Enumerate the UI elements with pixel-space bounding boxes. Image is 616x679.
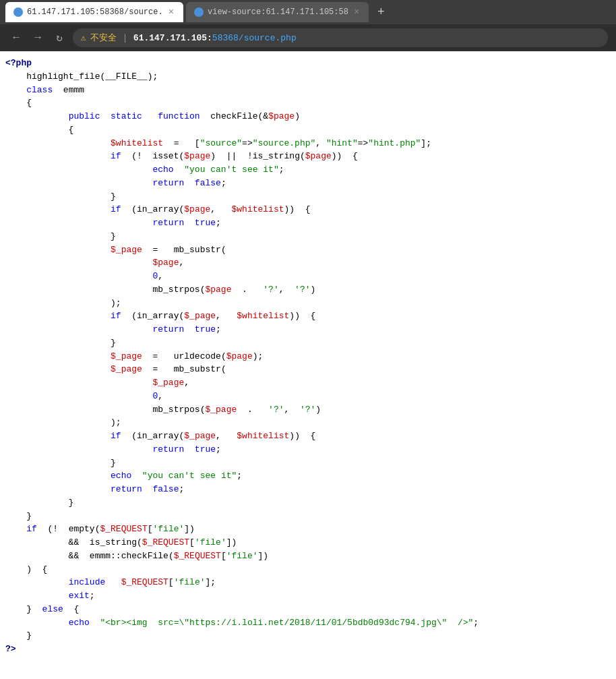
tab-1-title: 61.147.171.105:58368/source. <box>27 7 163 17</box>
code-line-49: ?> <box>5 643 616 656</box>
code-line-18: $page, <box>5 256 616 270</box>
code-line-43: ) { <box>5 563 616 577</box>
code-line-47: echo "<br><img src=\"https://i.loli.net/… <box>5 616 616 630</box>
code-line-22: if (in_array($_page, $whitelist)) { <box>5 309 616 323</box>
tab-bar: 61.147.171.105:58368/source. × view-sour… <box>0 0 616 24</box>
code-line-26: $_page = urldecode($page); <box>5 350 616 363</box>
code-line-33: return true; <box>5 443 616 456</box>
new-tab-button[interactable]: + <box>371 3 390 22</box>
code-line-14: return true; <box>5 216 616 230</box>
code-line-5: public static function checkFile(&$page) <box>5 110 616 123</box>
tab-1-favicon <box>13 7 23 17</box>
code-line-1: <?php <box>5 57 616 70</box>
code-line-42: && emmm::checkFile($_REQUEST['file']) <box>5 550 616 563</box>
code-line-17: $_page = mb_substr( <box>5 243 616 257</box>
code-line-13: if (in_array($page, $whitelist)) { <box>5 203 616 216</box>
code-line-38: } <box>5 510 616 523</box>
tab-2-title: view-source:61.147.171.105:58 <box>208 7 348 17</box>
code-content: <?php highlight_file(__FILE__); class em… <box>0 51 616 679</box>
address-url: 61.147.171.105:58368/source.php <box>133 33 297 43</box>
code-line-48: } <box>5 629 616 643</box>
code-line-6: { <box>5 123 616 137</box>
code-line-15: } <box>5 230 616 243</box>
code-line-9: echo "you can't see it"; <box>5 163 616 177</box>
code-line-40: if (! empty($_REQUEST['file']) <box>5 523 616 536</box>
code-line-37: } <box>5 496 616 510</box>
code-line-34: } <box>5 456 616 470</box>
tab-2-favicon <box>194 7 204 17</box>
code-line-21: ); <box>5 297 616 310</box>
tab-1[interactable]: 61.147.171.105:58368/source. × <box>5 2 183 22</box>
address-separator: ｜ <box>121 32 129 44</box>
code-line-44: include $_REQUEST['file']; <box>5 576 616 589</box>
code-line-24: } <box>5 336 616 350</box>
code-line-23: return true; <box>5 323 616 336</box>
address-bar: ← → ↻ ⚠ 不安全 ｜ 61.147.171.105:58368/sourc… <box>0 24 616 51</box>
code-line-41: && is_string($_REQUEST['file']) <box>5 536 616 550</box>
code-line-36: return false; <box>5 483 616 496</box>
code-line-46: } else { <box>5 603 616 616</box>
code-line-31: ); <box>5 416 616 430</box>
warning-label: 不安全 <box>90 32 117 44</box>
code-line-8: if (! isset($page) || !is_string($page))… <box>5 150 616 163</box>
security-warning-icon: ⚠ <box>81 32 86 43</box>
code-line-19: 0, <box>5 270 616 283</box>
code-line-7: $whitelist = ["source"=>"source.php", "h… <box>5 137 616 150</box>
tab-1-close[interactable]: × <box>167 7 175 18</box>
code-line-4: { <box>5 96 616 110</box>
code-line-10: return false; <box>5 177 616 190</box>
code-line-45: exit; <box>5 589 616 603</box>
code-line-2: highlight_file(__FILE__); <box>5 70 616 84</box>
address-input[interactable]: ⚠ 不安全 ｜ 61.147.171.105:58368/source.php <box>73 28 608 47</box>
tab-2-close[interactable]: × <box>352 7 361 18</box>
code-line-35: echo "you can't see it"; <box>5 469 616 483</box>
tab-2[interactable]: view-source:61.147.171.105:58 × <box>186 2 369 22</box>
code-line-3: class emmm <box>5 84 616 97</box>
reload-button[interactable]: ↻ <box>51 30 67 46</box>
code-line-32: if (in_array($_page, $whitelist)) { <box>5 430 616 443</box>
code-line-27: $_page = mb_substr( <box>5 363 616 376</box>
code-line-20: mb_strpos($page . '?', '?') <box>5 283 616 297</box>
code-line-29: 0, <box>5 390 616 403</box>
code-line-30: mb_strpos($_page . '?', '?') <box>5 403 616 417</box>
forward-button[interactable]: → <box>30 30 46 46</box>
code-line-11: } <box>5 190 616 204</box>
browser-window: 61.147.171.105:58368/source. × view-sour… <box>0 0 616 51</box>
code-line-28: $_page, <box>5 376 616 390</box>
back-button[interactable]: ← <box>8 30 24 46</box>
